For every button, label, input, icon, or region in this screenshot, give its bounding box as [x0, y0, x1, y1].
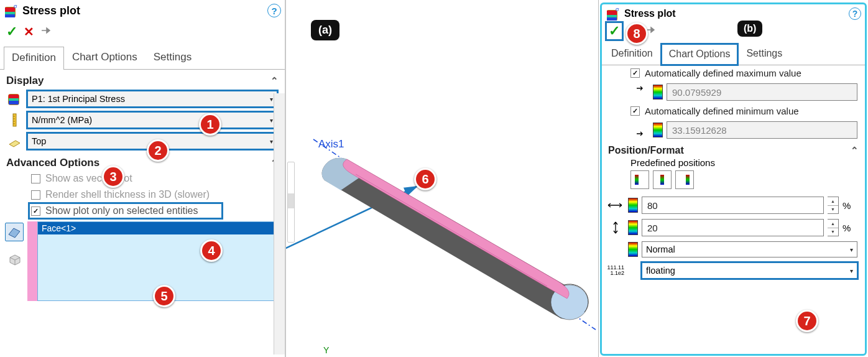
width-icon — [607, 198, 624, 212]
max-value: 90.0795929 — [667, 83, 857, 101]
max-arrow-icon — [635, 86, 649, 98]
callout-5: 5 — [153, 285, 175, 307]
select-face-button[interactable] — [5, 223, 24, 241]
spinner[interactable]: ▲▼ — [828, 219, 839, 236]
help-icon[interactable]: ? — [849, 7, 861, 20]
svg-rect-24 — [660, 175, 664, 185]
svg-text:σ: σ — [14, 4, 17, 9]
colorbar-icon — [628, 242, 638, 257]
colorbar-icon — [653, 85, 663, 100]
format-sample: 111.11 1.1e2 — [607, 265, 624, 276]
legend-pos-left[interactable] — [630, 170, 649, 189]
colorbar-icon — [628, 198, 638, 213]
tab-settings[interactable]: Settings — [145, 46, 200, 69]
select-body-button[interactable] — [5, 250, 24, 269]
cancel-button[interactable]: ✕ — [24, 24, 34, 39]
left-panel: σ Stress plot ? ✓ ✕ Definition Chart Opt… — [0, 0, 286, 357]
section-display: Display ⌃ — [0, 70, 285, 88]
scrollbar[interactable] — [274, 93, 285, 355]
ok-button[interactable]: ✓ — [6, 24, 17, 40]
svg-rect-7 — [9, 98, 19, 101]
svg-rect-20 — [607, 15, 617, 17]
svg-rect-3 — [5, 14, 15, 17]
spinner[interactable]: ▲▼ — [828, 197, 839, 214]
component-dropdown[interactable]: P1: 1st Principal Stress▾ — [27, 91, 277, 107]
legend-height-input[interactable]: 20 — [642, 219, 824, 236]
tab-chart-options[interactable]: Chart Options — [661, 44, 739, 65]
auto-min-checkbox[interactable]: Automatically defined minimum value — [602, 103, 865, 119]
svg-rect-21 — [607, 17, 617, 21]
stress-plot-icon: σ — [5, 4, 19, 17]
legend-pos-right[interactable] — [675, 170, 694, 189]
viewport[interactable]: (a) Y Axis1 — [286, 0, 598, 357]
color-style-dropdown[interactable]: Normal▾ — [642, 241, 857, 257]
min-value: 33.15912628 — [667, 121, 857, 139]
callout-8: 8 — [626, 22, 648, 45]
panel-title: Stress plot — [624, 8, 849, 19]
svg-rect-9 — [13, 114, 16, 126]
right-panel: σ Stress plot ? ✓ ✕ (b) Definition Chart… — [598, 0, 868, 357]
panel-title: Stress plot — [22, 4, 267, 17]
svg-text:Y: Y — [323, 345, 330, 355]
tab-definition[interactable]: Definition — [4, 47, 64, 70]
callout-1: 1 — [199, 113, 221, 136]
tabs: Definition Chart Options Settings — [0, 46, 285, 70]
auto-max-checkbox[interactable]: Automatically defined maximum value — [602, 65, 865, 81]
pin-icon[interactable] — [40, 26, 53, 37]
tab-chart-options[interactable]: Chart Options — [64, 46, 145, 69]
sigma-icon — [7, 92, 21, 106]
axis-label: Axis1 — [318, 138, 344, 151]
only-selected-checkbox[interactable]: Show plot only on selected entities — [29, 203, 223, 219]
callout-2: 2 — [147, 139, 169, 162]
colorbar-icon — [628, 220, 638, 235]
height-icon — [607, 221, 624, 234]
legend-pos-center[interactable] — [653, 170, 672, 189]
svg-text:σ: σ — [616, 7, 619, 12]
callout-7: 7 — [796, 310, 818, 332]
render-3d-checkbox[interactable]: Render shell thickness in 3D (slower) — [0, 187, 285, 203]
callout-3: 3 — [102, 165, 124, 188]
svg-rect-23 — [635, 175, 639, 185]
list-item[interactable]: Face<1> — [38, 222, 278, 234]
collapse-icon[interactable]: ⌃ — [270, 75, 279, 86]
units-dropdown[interactable]: N/mm^2 (MPa)▾ — [27, 112, 277, 128]
svg-rect-6 — [9, 95, 19, 98]
shell-icon — [7, 134, 21, 148]
legend-width-input[interactable]: 80 — [642, 197, 824, 214]
help-icon[interactable]: ? — [267, 4, 281, 17]
ok-button[interactable]: ✓ — [607, 23, 622, 39]
colorbar-icon — [653, 123, 663, 137]
tab-definition[interactable]: Definition — [603, 43, 661, 65]
callout-6: 6 — [414, 168, 436, 190]
pink-marker — [27, 221, 37, 301]
stress-plot-icon: σ — [607, 7, 621, 21]
svg-rect-25 — [686, 175, 690, 185]
min-arrow-icon — [635, 124, 649, 136]
section-position-format: Position/Format ⌃ — [602, 141, 865, 157]
overlay-label-b: (b) — [737, 21, 762, 37]
collapse-icon[interactable]: ⌃ — [851, 145, 859, 156]
number-format-dropdown[interactable]: floating▾ — [642, 262, 857, 279]
svg-rect-2 — [5, 12, 15, 14]
svg-rect-8 — [9, 101, 19, 104]
callout-4: 4 — [200, 239, 223, 262]
predef-label: Predefined positions — [602, 157, 865, 170]
tab-settings[interactable]: Settings — [738, 43, 790, 65]
vector-plot-checkbox[interactable]: Show as vector plot — [0, 170, 285, 187]
section-advanced: Advanced Options ⌃ — [0, 152, 285, 170]
ruler-icon — [8, 113, 21, 127]
